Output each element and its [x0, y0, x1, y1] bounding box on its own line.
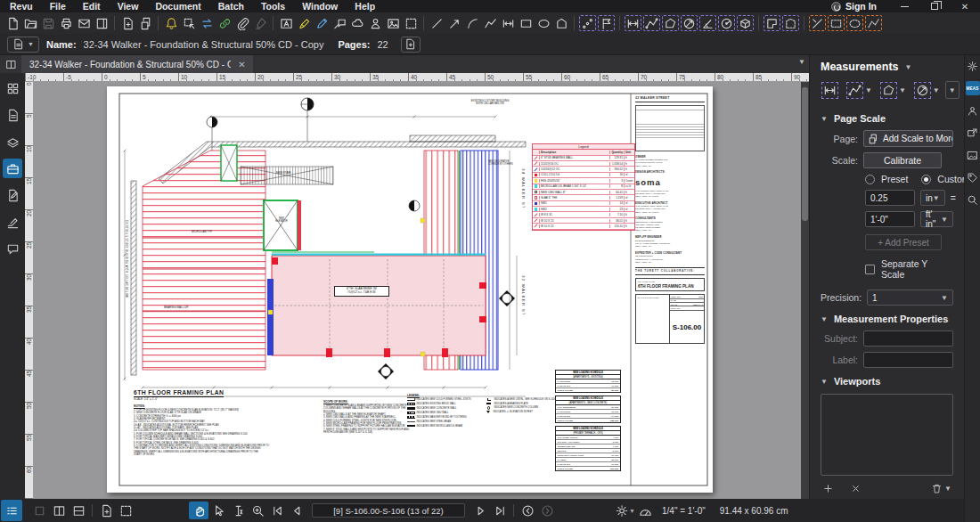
case-panel-button[interactable] — [3, 159, 22, 178]
viewports-section[interactable]: ▼ Viewports — [810, 371, 964, 390]
new-file-button[interactable] — [4, 14, 21, 32]
area-button[interactable] — [662, 15, 679, 31]
length-tool-button[interactable] — [819, 80, 841, 100]
count-button[interactable] — [579, 15, 596, 31]
polylen-button[interactable] — [643, 15, 660, 31]
pagelist-panel-button[interactable] — [3, 105, 22, 125]
mail-button[interactable] — [75, 14, 93, 32]
polyline-button[interactable] — [481, 14, 499, 32]
insert-pages-button[interactable] — [401, 37, 421, 53]
scale-y-unit-select[interactable]: ft' in"▼ — [920, 211, 953, 227]
line-button[interactable] — [428, 14, 445, 32]
divider-button[interactable] — [574, 16, 575, 30]
page-insert-button[interactable] — [118, 14, 136, 32]
Tools-menu[interactable]: Tools — [261, 1, 285, 12]
tab-close-icon[interactable]: ✕ — [238, 60, 245, 69]
cut-area-button[interactable] — [764, 15, 780, 31]
arrow-button[interactable] — [445, 14, 463, 32]
cloud-button[interactable] — [348, 14, 366, 32]
restore-button[interactable] — [919, 0, 950, 12]
more-measure-tools-button[interactable]: ▼ — [945, 81, 960, 99]
polylength-tool-button[interactable]: ▼ — [844, 80, 875, 100]
split-horizontal-button[interactable] — [69, 502, 88, 519]
radius-button[interactable] — [718, 15, 735, 31]
chevron-down-icon[interactable]: ▼ — [933, 86, 940, 94]
properties-panel-button[interactable] — [966, 59, 980, 73]
chat-panel-button[interactable] — [3, 239, 22, 258]
markup-list-toggle-button[interactable] — [1, 500, 22, 521]
previous-view-button[interactable] — [518, 502, 537, 519]
Document-menu[interactable]: Document — [155, 1, 200, 12]
add-scale-button[interactable]: Add Scale to More Page — [863, 130, 953, 147]
file-menu-button[interactable]: ▼ — [7, 37, 39, 53]
divider-button[interactable] — [758, 16, 759, 30]
Edit-menu[interactable]: Edit — [83, 1, 101, 12]
angle-button[interactable] — [699, 15, 716, 31]
attach-button[interactable] — [233, 14, 251, 32]
callout-button[interactable] — [331, 14, 348, 32]
divider-button[interactable] — [114, 16, 115, 30]
alert-button[interactable] — [162, 14, 180, 32]
minimize-button[interactable] — [889, 0, 919, 12]
sign-in-button[interactable]: Sign In — [831, 1, 877, 12]
delete-viewport-button[interactable] — [850, 483, 862, 494]
open-button[interactable] — [21, 14, 39, 32]
chevron-down-icon[interactable]: ▼ — [865, 86, 872, 94]
pen-button[interactable] — [313, 14, 331, 32]
add-preset-button[interactable]: + Add Preset — [865, 234, 942, 250]
subject-input[interactable] — [863, 330, 953, 347]
measure-mode-button[interactable] — [635, 502, 655, 519]
split-vertical-button[interactable] — [49, 502, 69, 519]
calibrate-button[interactable]: Calibrate — [863, 152, 942, 168]
media-panel-button[interactable] — [966, 148, 980, 162]
Batch-menu[interactable]: Batch — [218, 1, 244, 12]
zoom-tool-button[interactable] — [248, 502, 267, 519]
File-menu[interactable]: File — [50, 1, 66, 12]
page-scale-section[interactable]: ▼ Page Scale — [810, 108, 964, 127]
page-copy-button[interactable] — [136, 14, 154, 32]
diam-button[interactable] — [681, 15, 698, 31]
page-navigation-field[interactable]: [9] S-106.00-S-106 (13 of 22) — [312, 503, 465, 518]
stamp-button[interactable] — [366, 14, 384, 32]
mkpage-panel-button[interactable] — [3, 185, 22, 205]
sign-panel-button[interactable] — [3, 212, 22, 232]
scale-x-unit-select[interactable]: in▼ — [920, 190, 945, 206]
tab-overflow-button[interactable]: ▼ — [798, 58, 805, 66]
panel-button[interactable] — [93, 14, 110, 32]
hyperlink-button[interactable] — [216, 14, 233, 32]
precision-select[interactable]: 1▼ — [867, 290, 953, 306]
last-page-button[interactable] — [490, 502, 510, 519]
swap-button[interactable] — [198, 14, 216, 32]
highlighter-button[interactable] — [295, 14, 313, 32]
pan-tool-button[interactable] — [189, 502, 208, 519]
length-button[interactable] — [625, 15, 641, 31]
tags-panel-button[interactable] — [966, 170, 980, 184]
trash-button[interactable]: ▼ — [931, 483, 951, 494]
save-button[interactable] — [39, 14, 57, 32]
document-tab[interactable]: 32-34 Walker - Foundation & Structural 5… — [21, 55, 253, 73]
measurement-legend-table[interactable]: Legend Description Quantity Unit 6" STUD… — [532, 143, 635, 231]
custom-radio[interactable] — [921, 175, 931, 184]
diameter-tool-button[interactable]: ▼ — [911, 80, 943, 100]
fit-page-button[interactable] — [96, 502, 116, 519]
xline-button[interactable] — [809, 15, 826, 31]
Help-menu[interactable]: Help — [355, 1, 375, 12]
preset-radio[interactable] — [865, 175, 875, 184]
first-page-button[interactable] — [267, 502, 287, 519]
select-tool-button[interactable] — [208, 502, 228, 519]
next-view-button[interactable] — [537, 502, 557, 519]
rect-tool-button[interactable] — [517, 14, 535, 32]
measurement-properties-section[interactable]: ▼ Measurement Properties — [810, 308, 964, 328]
Window-menu[interactable]: Window — [302, 1, 338, 12]
scale-x-input[interactable] — [865, 190, 915, 206]
mode-button[interactable] — [29, 502, 49, 519]
chevron-down-icon[interactable]: ▼ — [905, 63, 912, 71]
cut-poly-button[interactable] — [782, 15, 799, 31]
grid4-panel-button[interactable] — [3, 78, 22, 98]
next-page-button[interactable] — [470, 502, 490, 519]
arc-button[interactable] — [463, 14, 481, 32]
dimension-button[interactable] — [499, 14, 517, 32]
xpoly-button[interactable] — [865, 15, 882, 31]
close-button[interactable]: ✕ — [950, 0, 980, 12]
area-tool-button[interactable]: ▼ — [878, 80, 909, 100]
